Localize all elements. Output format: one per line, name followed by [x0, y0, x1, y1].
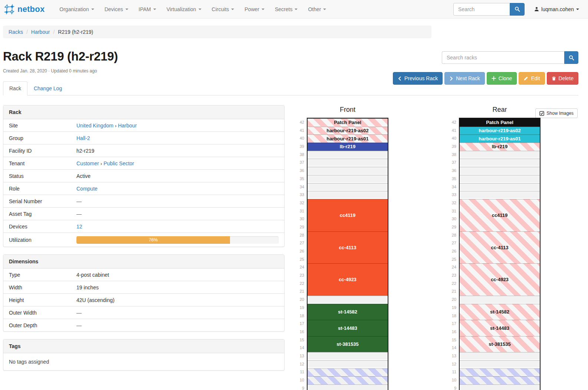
page-content: Racks/Harbour/R219 (h2-r219) Previous Ra…: [0, 26, 588, 371]
attr-label: Role: [3, 182, 76, 195]
unit-number: 19: [445, 304, 456, 312]
rack-slot-st-14483[interactable]: st-14483: [460, 320, 540, 336]
rack-slot-empty: [460, 151, 540, 159]
value-link-12[interactable]: 12: [76, 224, 82, 230]
unit-number: 34: [293, 183, 304, 191]
attr-label: Width: [3, 281, 76, 293]
tab-change-log[interactable]: Change Log: [27, 81, 68, 95]
value-link-hall-2[interactable]: Hall-2: [76, 135, 90, 141]
unit-number: 23: [445, 272, 456, 280]
rack-slot-empty: [460, 175, 540, 183]
unit-number: 32: [445, 199, 456, 207]
nav-menu-circuits[interactable]: Circuits: [207, 0, 240, 19]
navbar-search: [453, 3, 525, 16]
rack-search-button[interactable]: [564, 51, 578, 64]
clone-button[interactable]: Clone: [487, 72, 517, 85]
value-link-united-kingdom[interactable]: United Kingdom: [76, 123, 114, 129]
rack-slot-patch-panel[interactable]: Patch Panel: [308, 118, 388, 127]
unit-number: 40: [293, 134, 304, 143]
rack-slot-st-14483[interactable]: st-14483: [308, 320, 388, 336]
unit-number: 37: [445, 159, 456, 167]
attr-label: Site: [3, 119, 76, 131]
tab-rack[interactable]: Rack: [3, 81, 27, 95]
rear-unit-numbers: 4241403938373635343332313029282726252423…: [445, 118, 456, 390]
edit-button[interactable]: Edit: [519, 72, 545, 85]
rack-search-input[interactable]: [442, 51, 564, 64]
next-rack-button[interactable]: Next Rack: [444, 72, 485, 85]
rack-slot-empty: [460, 352, 540, 360]
unit-number: 18: [445, 312, 456, 320]
rack-slot-cc4119[interactable]: cc4119: [308, 199, 388, 231]
unit-number: 11: [293, 368, 304, 376]
navbar-search-button[interactable]: [510, 3, 525, 16]
attr-row-outer-depth: Outer Depth—: [3, 319, 284, 331]
unit-number: 25: [293, 256, 304, 264]
netbox-brand[interactable]: netbox: [4, 4, 45, 15]
nav-menu-secrets[interactable]: Secrets: [270, 0, 303, 19]
utilization-progress: 76%: [76, 236, 279, 244]
unit-number: 17: [293, 320, 304, 328]
unit-number: 13: [445, 352, 456, 360]
rack-slot-lb-r219[interactable]: lb-r219: [308, 143, 388, 151]
front-elevation-title: Front: [307, 106, 388, 114]
unit-number: 10: [293, 376, 304, 384]
attr-label: Status: [3, 170, 76, 182]
angle-right-separator: ›: [99, 161, 104, 166]
front-rack: Patch Panelharbour-r219-as02harbour-r219…: [307, 118, 388, 390]
value-text: 42U (ascending): [76, 297, 115, 303]
attr-label: Outer Depth: [3, 319, 76, 331]
attr-row-outer-width: Outer Width—: [3, 306, 284, 319]
breadcrumb-link-racks[interactable]: Racks: [9, 29, 23, 35]
rack-panel-body: SiteUnited Kingdom›HarbourGroupHall-2Fac…: [3, 119, 284, 247]
rack-slot-cc-4923[interactable]: cc-4923: [308, 263, 388, 296]
breadcrumb-link-harbour[interactable]: Harbour: [31, 29, 50, 35]
value-link-compute[interactable]: Compute: [76, 186, 98, 192]
nav-menu-other[interactable]: Other: [303, 0, 331, 19]
nav-menu-label: Power: [244, 6, 259, 12]
navbar-search-input[interactable]: [453, 3, 510, 16]
nav-menu-power[interactable]: Power: [239, 0, 270, 19]
front-elevation: Front 4241403938373635343332313029282726…: [293, 106, 388, 390]
value-link-customer[interactable]: Customer: [76, 160, 99, 166]
rack-slot-harbour-r219-as02[interactable]: harbour-r219-as02: [308, 127, 388, 135]
nav-menu-ipam[interactable]: IPAM: [134, 0, 161, 19]
rack-slot-st-14582[interactable]: st-14582: [460, 304, 540, 320]
unit-number: 27: [445, 239, 456, 247]
rack-slot-cc-4113[interactable]: cc-4113: [460, 231, 540, 264]
nav-menu-organization[interactable]: Organization: [54, 0, 99, 19]
unit-number: 39: [445, 143, 456, 151]
unit-number: 29: [293, 223, 304, 231]
nav-menu-label: IPAM: [139, 6, 151, 12]
rack-slot-cc4119[interactable]: cc4119: [460, 199, 540, 231]
unit-number: 26: [445, 247, 456, 256]
value-text: h2-r219: [76, 148, 94, 154]
action-buttons: Previous Rack Next Rack Clone Edit: [393, 72, 578, 85]
rack-slot-patch-panel[interactable]: Patch Panel: [460, 118, 540, 127]
chevron-down-icon: [231, 9, 234, 10]
rack-slot-st-381535[interactable]: st-381535: [460, 336, 540, 352]
rack-slot-harbour-r219-as01[interactable]: harbour-r219-as01: [460, 134, 540, 143]
previous-rack-button[interactable]: Previous Rack: [393, 72, 443, 85]
delete-button[interactable]: Delete: [547, 72, 578, 85]
pencil-icon: [523, 76, 528, 81]
attr-label: Outer Width: [3, 306, 76, 319]
rack-slot-empty: [308, 175, 388, 183]
unit-number: 14: [293, 344, 304, 352]
rack-slot-lb-r219[interactable]: lb-r219: [460, 143, 540, 151]
rack-slot-cc-4923[interactable]: cc-4923: [460, 263, 540, 296]
nav-menu-devices[interactable]: Devices: [99, 0, 134, 19]
attr-label: Height: [3, 294, 76, 306]
rack-slot-st-14582[interactable]: st-14582: [308, 304, 388, 320]
rack-slot-cc-4113[interactable]: cc-4113: [308, 231, 388, 264]
rack-slot-harbour-r219-as02[interactable]: harbour-r219-as02: [460, 127, 540, 135]
rack-slot-harbour-r219-as01[interactable]: harbour-r219-as01: [308, 134, 388, 143]
value-link-public-sector[interactable]: Public Sector: [104, 160, 134, 166]
value-link-harbour[interactable]: Harbour: [118, 123, 137, 129]
rack-slot-empty: [308, 159, 388, 167]
nav-menu-virtualization[interactable]: Virtualization: [161, 0, 207, 19]
attr-row-group: GroupHall-2: [3, 131, 284, 144]
rack-slot-st-381535[interactable]: st-381535: [308, 336, 388, 352]
user-menu[interactable]: luqman.cohen: [534, 6, 579, 12]
unit-number: 20: [293, 296, 304, 304]
breadcrumb: Racks/Harbour/R219 (h2-r219): [3, 26, 431, 38]
